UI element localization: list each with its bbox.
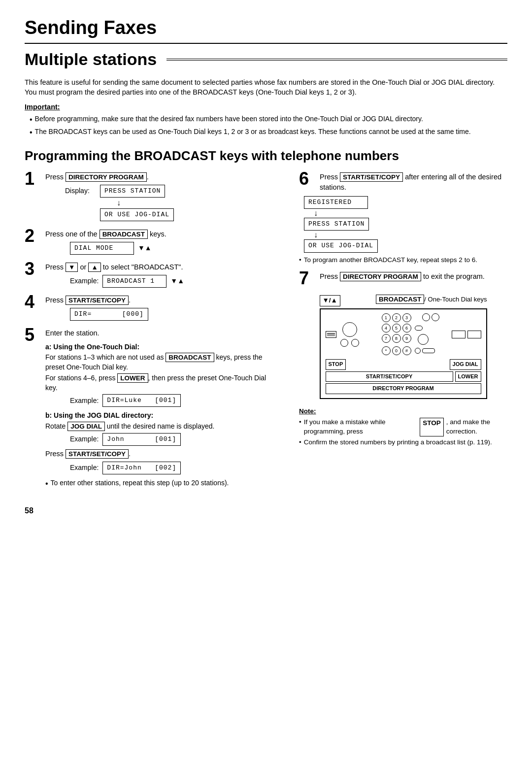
- press-prefix: Press: [45, 450, 66, 458]
- step-4-display-row: DIR= [000]: [70, 308, 279, 321]
- numpad-row-2: 4 5 6: [382, 324, 439, 333]
- step-4-period: .: [129, 296, 131, 304]
- start-set-copy-key-4: START/SET/COPY: [66, 296, 129, 305]
- step-7-suffix: to exit the program.: [421, 272, 485, 280]
- step-3-prefix: Press: [45, 263, 66, 271]
- jog-dial-btn: JOG DIAL: [450, 359, 481, 369]
- right-top-rects: [452, 331, 481, 338]
- slider-ctrl: [422, 348, 435, 353]
- page-title: Sending Faxes: [25, 15, 507, 44]
- num-btn-0: 0: [392, 346, 401, 355]
- display-dir-luke: DIR=Luke [001]: [102, 394, 181, 407]
- note-label: Note:: [299, 407, 507, 416]
- directory-program-btn: DIRECTORY PROGRAM: [326, 383, 481, 394]
- num-row4-extra: [415, 346, 435, 355]
- speaker-line-1: [327, 333, 335, 334]
- example-label-5b: Example:: [70, 434, 99, 444]
- display-john-001: John [001]: [102, 433, 181, 446]
- up-key-3: ▲: [88, 263, 100, 272]
- fax-illustration: ▼/▲ BROADCAST/ One-Touch Dial keys: [299, 295, 507, 447]
- oval-ctrl: [415, 326, 423, 331]
- sub-a-text3: For stations 4–6, press LOWER, then pres…: [45, 373, 279, 393]
- sub-a-text1: For stations 1–3 which are not used as B…: [45, 353, 279, 372]
- lower-key-5a: LOWER: [117, 373, 148, 383]
- num-btn-6: 6: [402, 324, 411, 333]
- fax-right-top: [452, 331, 481, 338]
- step-7-row: 7 Press DIRECTORY PROGRAM to exit the pr…: [299, 271, 507, 287]
- circle-med-3: [418, 334, 429, 345]
- step-4-prefix: Press: [45, 296, 66, 304]
- small-rect-2: [467, 331, 481, 338]
- step-1-prefix: Press: [45, 173, 66, 181]
- step-3-display-row: Example: BROADCAST 1 ▼▲: [70, 275, 279, 288]
- directory-program-key-7: DIRECTORY PROGRAM: [340, 272, 421, 281]
- step-6: 6 Press START/SET/COPY after entering al…: [299, 172, 507, 265]
- step-6-number: 6: [299, 170, 315, 188]
- step-6-content: Press START/SET/COPY after entering all …: [320, 172, 507, 195]
- step-2-text: Press one of the BROADCAST keys.: [45, 229, 279, 239]
- fax-top-left: 1 2 3 4 5 6: [326, 313, 439, 355]
- start-set-copy-btn: START/SET/COPY: [326, 371, 453, 382]
- fax-label-text: / One-Touch Dial keys: [424, 296, 487, 303]
- step-5-number: 5: [25, 326, 40, 344]
- num-btn-3: 3: [402, 313, 411, 322]
- display-or-use-jog-6: OR USE JOG-DIAL: [304, 239, 378, 252]
- press-period: .: [129, 450, 131, 458]
- step-1-number: 1: [25, 170, 40, 188]
- display-jog-dial-1: OR USE JOG-DIAL: [100, 208, 174, 221]
- start-set-copy-key-5: START/SET/COPY: [66, 449, 129, 459]
- broadcast-heading: Programming the BROADCAST keys with tele…: [25, 147, 507, 165]
- note-bullet-1: If you make a mistake while programming,…: [299, 418, 507, 436]
- arrow-keys-label: ▼/▲: [320, 295, 340, 306]
- jog-dial-key-5b: JOG DIAL: [67, 422, 105, 431]
- step-5: 5 Enter the station. a: Using the One-To…: [25, 328, 279, 489]
- section-title: Multiple stations: [25, 48, 507, 71]
- lower-btn: LOWER: [455, 371, 481, 382]
- right-column: 6 Press START/SET/COPY after entering al…: [294, 172, 507, 447]
- step-1-period: .: [147, 173, 149, 181]
- step-5-content: Enter the station. a: Using the One-Touc…: [45, 328, 279, 489]
- sub-b-text1-span: Rotate: [45, 422, 67, 430]
- example-label-3: Example:: [70, 276, 99, 286]
- sub-a-text3-span: For stations 4–6, press: [45, 374, 117, 382]
- display-dir-000: DIR= [000]: [70, 308, 148, 321]
- step-5b-display-row: Example: John [001]: [70, 433, 279, 446]
- fax-labels-row: ▼/▲ BROADCAST/ One-Touch Dial keys: [320, 295, 487, 306]
- arrow-down-6b: ↓: [314, 231, 318, 239]
- step-1-display-row2: OR USE JOG-DIAL: [65, 208, 174, 221]
- step-7: 7 Press DIRECTORY PROGRAM to exit the pr…: [299, 271, 507, 287]
- left-column: 1 Press DIRECTORY PROGRAM. Display: PRES…: [25, 172, 279, 496]
- important-section: Important: Before programming, make sure…: [25, 102, 507, 138]
- step-3-mid: or: [78, 263, 88, 271]
- step-6-row: 6 Press START/SET/COPY after entering al…: [299, 172, 507, 195]
- sub-a-text1-span: For stations 1–3 which are not used as: [45, 353, 166, 361]
- display-press-station-6: PRESS STATION: [304, 218, 369, 231]
- step-2: 2 Press one of the BROADCAST keys. DIAL …: [25, 229, 279, 256]
- step-1-content: Press DIRECTORY PROGRAM. Display: PRESS …: [45, 172, 279, 223]
- step-2-content: Press one of the BROADCAST keys. DIAL MO…: [45, 229, 279, 256]
- numpad-row-3: 7 8 9: [382, 334, 439, 345]
- step-5-note: To enter other stations, repeat this ste…: [45, 478, 279, 489]
- step-5a-display-row: Example: DIR=Luke [001]: [70, 394, 279, 407]
- fax-circle-sm-2: [351, 339, 359, 347]
- fax-top-row: 1 2 3 4 5 6: [326, 313, 481, 355]
- arrow-down-1: ↓: [117, 199, 121, 207]
- intro-text: This feature is useful for sending the s…: [25, 77, 507, 98]
- note-section: Note: If you make a mistake while progra…: [299, 407, 507, 448]
- fax-label-broadcast: BROADCAST/ One-Touch Dial keys: [376, 295, 487, 306]
- speaker-line-3: [327, 335, 335, 336]
- step-4-content: Press START/SET/COPY. DIR= [000]: [45, 295, 279, 322]
- directory-program-key-1: DIRECTORY PROGRAM: [66, 172, 147, 182]
- bullet1: Before programming, make sure that the d…: [30, 114, 507, 125]
- gap-arrow: [413, 313, 421, 322]
- fax-label-arrows: ▼/▲: [320, 295, 340, 306]
- step-7-text: Press DIRECTORY PROGRAM to exit the prog…: [320, 271, 485, 282]
- speaker-line-2: [327, 334, 335, 334]
- step-7-prefix: Press: [320, 272, 340, 280]
- fax-circle-sm-1: [340, 339, 348, 347]
- fax-small-circles: [340, 339, 359, 347]
- down-key-3: ▼: [66, 263, 78, 272]
- step-4-number: 4: [25, 293, 40, 311]
- step-3-text: Press ▼ or ▲ to select "BROADCAST".: [45, 262, 279, 272]
- triangle-updown-2: ▼▲: [138, 243, 152, 253]
